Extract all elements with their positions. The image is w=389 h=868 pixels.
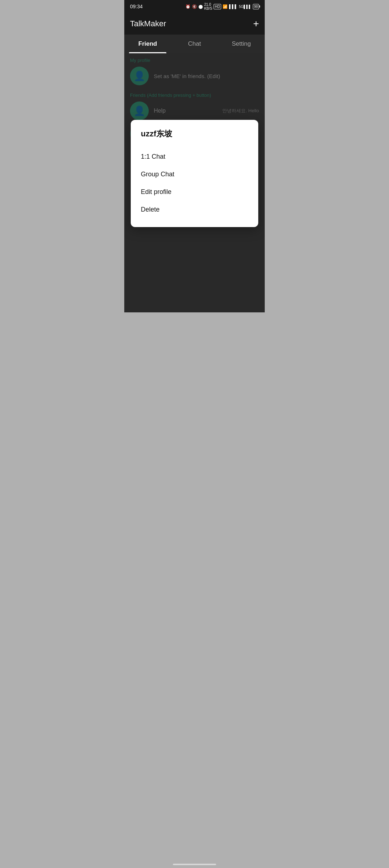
tab-bar: Friend Chat Setting [124,35,265,53]
tab-setting[interactable]: Setting [218,35,265,53]
tab-chat-label: Chat [188,40,201,48]
tab-friend-label: Friend [138,40,157,48]
context-menu: uzzf东坡 1:1 Chat Group Chat Edit profile … [131,120,258,227]
context-menu-item-delete[interactable]: Delete [141,201,248,218]
context-menu-title: uzzf东坡 [141,128,248,139]
wifi-icon: 📶 [223,4,228,9]
context-menu-item-edit-profile[interactable]: Edit profile [141,183,248,201]
app-title: TalkMaker [130,19,166,28]
status-bar: 09:34 ⏰ 🔇 ⬤ 21.0KB/S HD 📶 ▌▌▌ 5G▌▌▌ 98 [124,0,265,13]
tab-chat[interactable]: Chat [171,35,218,53]
tab-setting-label: Setting [232,40,251,48]
status-time: 09:34 [130,4,143,9]
tab-friend[interactable]: Friend [124,35,171,53]
mute-icon: 🔇 [192,4,197,9]
app-header: TalkMaker + [124,13,265,35]
battery-level: 98 [254,5,258,9]
battery-icon: 98 [253,4,259,9]
add-button[interactable]: + [253,19,259,29]
context-menu-item-group-chat[interactable]: Group Chat [141,166,248,183]
5g-signal-icon: 5G▌▌▌ [239,5,251,9]
data-speed: 21.0KB/S [204,3,213,10]
status-icons: ⏰ 🔇 ⬤ 21.0KB/S HD 📶 ▌▌▌ 5G▌▌▌ 98 [185,3,259,10]
alarm-icon: ⏰ [185,4,191,9]
bluetooth-icon: ⬤ [198,4,203,9]
main-content: My profile 👤 Set as 'ME' in friends. (Ed… [124,53,265,312]
context-menu-item-1-1-chat[interactable]: 1:1 Chat [141,148,248,166]
hd-icon: HD [214,4,221,9]
signal-icon: ▌▌▌ [229,4,237,9]
